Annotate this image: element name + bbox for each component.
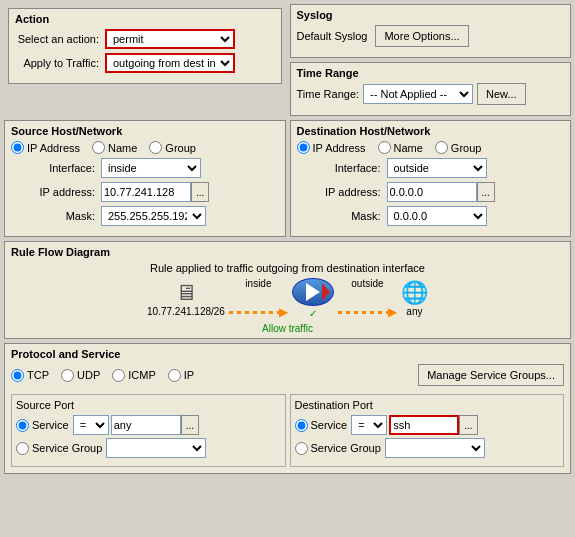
dest-ip-browse-button[interactable]: ... xyxy=(477,182,495,202)
dest-ip-label: IP address: xyxy=(297,186,387,198)
protocol-title: Protocol and Service xyxy=(11,348,564,360)
flow-arrow-out xyxy=(338,311,388,314)
dest-equals-select[interactable]: = xyxy=(351,415,387,435)
arrow-right-icon-out: ▶ xyxy=(388,305,397,319)
flow-source-node: 🖥 10.77.241.128/26 xyxy=(147,280,225,317)
dest-service-radio[interactable]: Service xyxy=(295,419,348,432)
inside-label: inside xyxy=(245,278,271,289)
dest-interface-label: Interface: xyxy=(297,162,387,174)
source-service-browse-button[interactable]: ... xyxy=(181,415,199,435)
dest-service-browse-button[interactable]: ... xyxy=(459,415,477,435)
source-interface-label: Interface: xyxy=(11,162,101,174)
allow-traffic-text: Allow traffic xyxy=(11,323,564,334)
dest-name-radio[interactable]: Name xyxy=(378,141,423,154)
source-service-group-radio[interactable]: Service Group xyxy=(16,442,102,455)
flow-description: Rule applied to traffic outgoing from de… xyxy=(11,262,564,274)
dest-ip-radio[interactable]: IP Address xyxy=(297,141,366,154)
outside-label: outside xyxy=(351,278,383,289)
tcp-radio[interactable]: TCP xyxy=(11,369,49,382)
dest-host-section: Destination Host/Network IP Address Name… xyxy=(290,120,572,237)
firewall-icon xyxy=(292,278,334,306)
source-mask-label: Mask: xyxy=(11,210,101,222)
protocol-section: Protocol and Service TCP UDP ICMP IP Man… xyxy=(4,343,571,474)
default-syslog-label: Default Syslog xyxy=(297,30,368,42)
source-title: Source Host/Network xyxy=(11,125,279,137)
time-range-section: Time Range Time Range: -- Not Applied --… xyxy=(290,62,572,116)
ip-radio[interactable]: IP xyxy=(168,369,194,382)
source-interface-select[interactable]: inside xyxy=(101,158,201,178)
flow-title: Rule Flow Diagram xyxy=(11,246,564,258)
stop-icon xyxy=(322,283,330,301)
source-service-input[interactable]: any xyxy=(111,415,181,435)
dest-interface-select[interactable]: outside xyxy=(387,158,487,178)
udp-radio[interactable]: UDP xyxy=(61,369,100,382)
flow-source-label: 10.77.241.128/26 xyxy=(147,306,225,317)
syslog-title: Syslog xyxy=(297,9,565,21)
more-options-button[interactable]: More Options... xyxy=(375,25,468,47)
flow-arrow-in xyxy=(229,311,279,314)
source-service-radio[interactable]: Service xyxy=(16,419,69,432)
source-port-title: Source Port xyxy=(16,399,281,411)
syslog-section: Syslog Default Syslog More Options... xyxy=(290,4,572,58)
source-ip-input[interactable]: 10.77.241.128 xyxy=(101,182,191,202)
dest-service-input[interactable]: ssh xyxy=(389,415,459,435)
apply-traffic-label: Apply to Traffic: xyxy=(15,57,105,69)
source-mask-select[interactable]: 255.255.255.192 xyxy=(101,206,206,226)
dest-mask-label: Mask: xyxy=(297,210,387,222)
time-range-title: Time Range xyxy=(297,67,565,79)
dest-service-group-radio[interactable]: Service Group xyxy=(295,442,381,455)
dest-title: Destination Host/Network xyxy=(297,125,565,137)
source-ip-label: IP address: xyxy=(11,186,101,198)
source-service-group-select[interactable] xyxy=(106,438,206,458)
select-action-label: Select an action: xyxy=(15,33,105,45)
checkmark-icon: ✓ xyxy=(309,308,317,319)
source-group-radio[interactable]: Group xyxy=(149,141,196,154)
source-network-icon: 🖥 xyxy=(175,280,197,306)
firewall-node: ✓ xyxy=(292,278,334,319)
play-icon xyxy=(306,283,320,301)
dest-ip-input[interactable]: 0.0.0.0 xyxy=(387,182,477,202)
source-port-section: Source Port Service = any ... Service Gr… xyxy=(11,394,286,467)
arrow-right-icon-in: ▶ xyxy=(279,305,288,319)
flow-dest-node: 🌐 any xyxy=(401,280,428,317)
dest-network-icon: 🌐 xyxy=(401,280,428,306)
source-equals-select[interactable]: = xyxy=(73,415,109,435)
action-section: Action Select an action: permit Apply to… xyxy=(8,8,282,84)
dest-port-title: Destination Port xyxy=(295,399,560,411)
icmp-radio[interactable]: ICMP xyxy=(112,369,156,382)
flow-dest-label: any xyxy=(406,306,422,317)
dest-mask-select[interactable]: 0.0.0.0 xyxy=(387,206,487,226)
new-button[interactable]: New... xyxy=(477,83,526,105)
time-range-label: Time Range: xyxy=(297,88,360,100)
action-title: Action xyxy=(15,13,275,25)
dest-port-section: Destination Port Service = ssh ... Servi… xyxy=(290,394,565,467)
source-name-radio[interactable]: Name xyxy=(92,141,137,154)
source-host-section: Source Host/Network IP Address Name Grou… xyxy=(4,120,286,237)
manage-service-groups-button[interactable]: Manage Service Groups... xyxy=(418,364,564,386)
dest-group-radio[interactable]: Group xyxy=(435,141,482,154)
time-range-select[interactable]: -- Not Applied -- xyxy=(363,84,473,104)
rule-flow-section: Rule Flow Diagram Rule applied to traffi… xyxy=(4,241,571,339)
traffic-select[interactable]: outgoing from dest inter xyxy=(105,53,235,73)
action-select[interactable]: permit xyxy=(105,29,235,49)
source-ip-browse-button[interactable]: ... xyxy=(191,182,209,202)
dest-service-group-select[interactable] xyxy=(385,438,485,458)
source-ip-radio[interactable]: IP Address xyxy=(11,141,80,154)
